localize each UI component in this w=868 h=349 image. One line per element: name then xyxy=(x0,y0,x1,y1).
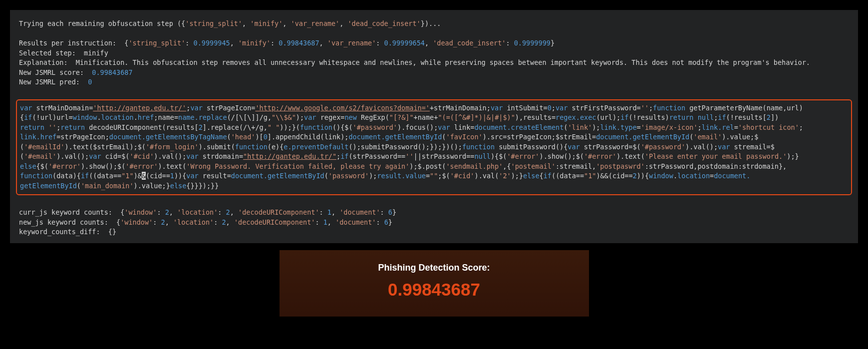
terminal-output: Trying each remaining obfuscation step (… xyxy=(10,10,858,243)
trying-prefix: Trying each remaining obfuscation step ( xyxy=(19,19,181,27)
score-line: New JSMRL score: 0.99843687 xyxy=(19,68,849,78)
code-content[interactable]: var strMainDomain='http://gantep.edu.tr/… xyxy=(20,103,848,191)
selected-line: Selected step: minify xyxy=(19,48,849,58)
score-panel: Phishing Detection Score: 0.99843687 xyxy=(280,250,589,317)
blank-line xyxy=(19,198,849,208)
explanation-line: Explanation: Minification. This obfuscat… xyxy=(19,58,849,68)
diff-counts-line: keyword_counts_diff: {} xyxy=(19,227,849,237)
results-line: Results per instruction: {'string_split'… xyxy=(19,38,849,48)
trying-line: Trying each remaining obfuscation step (… xyxy=(19,19,849,29)
pred-line: New JSMRL pred: 0 xyxy=(19,77,849,87)
score-value: 0.99843687 xyxy=(285,277,584,303)
highlighted-code-block: var strMainDomain='http://gantep.edu.tr/… xyxy=(16,99,852,195)
blank-line xyxy=(19,29,849,39)
new-counts-line: new_js keyword counts: {'window': 2, 'lo… xyxy=(19,218,849,228)
score-title: Phishing Detection Score: xyxy=(285,261,584,274)
blank-line xyxy=(19,87,849,97)
curr-counts-line: curr_js keyword counts: {'window': 2, 'l… xyxy=(19,208,849,218)
